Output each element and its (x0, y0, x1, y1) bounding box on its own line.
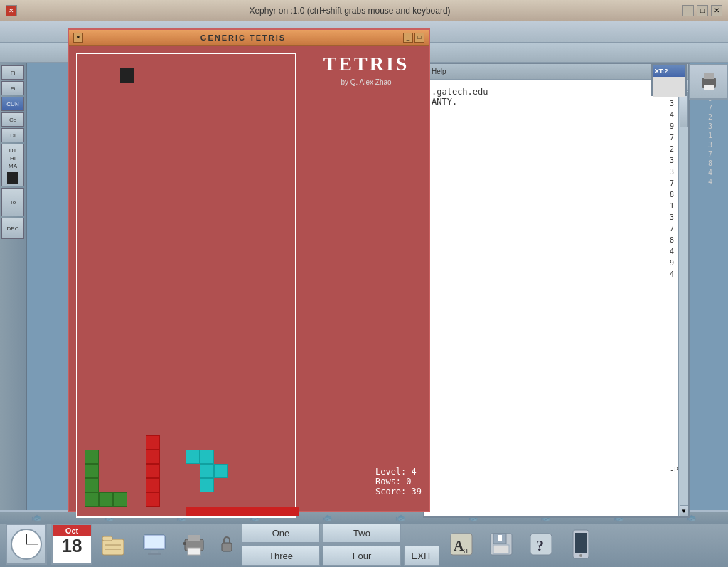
tetris-info-panel: TETRIS by Q. Alex Zhao Level: 4 Rows: 0 … (304, 46, 429, 511)
editor-line-numbers: 0 3 4 9 7 2 3 3 7 8 1 3 7 8 4 9 4 (670, 87, 674, 280)
clock-hour-hand (26, 534, 27, 544)
taskbar-btn-two[interactable]: Two (323, 523, 401, 543)
svg-rect-11 (148, 553, 161, 555)
tetris-piece-red-flat (186, 507, 299, 516)
lock-icon-container (216, 524, 237, 565)
tetris-piece-cyan (186, 450, 242, 492)
svg-rect-15 (183, 542, 186, 545)
svg-rect-13 (188, 535, 200, 541)
left-panel-item-4[interactable]: Di (1, 128, 24, 142)
tetris-piece-red-tall (146, 435, 160, 507)
desktop: Fi Fi CUN Co Di DTHIMA To DEC ✕ GENERIC … (0, 21, 728, 510)
svg-point-28 (579, 554, 582, 557)
taskbar-button-group: One Two Three Four EXIT (242, 523, 439, 566)
editor-line-1: .gatech.edu (432, 87, 681, 97)
title-bar-text: Xephyr on :1.0 (ctrl+shift grabs mouse a… (17, 6, 682, 16)
taskbar-btn-four[interactable]: Four (323, 546, 401, 566)
window-controls: _ □ ✕ (682, 5, 722, 16)
taskbar-btn-exit[interactable]: EXIT (404, 546, 439, 566)
tetris-piece-green (85, 450, 127, 507)
taskbar-btn-three[interactable]: Three (242, 546, 320, 566)
save-icon[interactable] (483, 524, 519, 565)
editor-window: Help .gatech.edu ANTY. 0 3 4 9 7 2 3 3 7… (423, 63, 690, 518)
editor-outer: Help .gatech.edu ANTY. 0 3 4 9 7 2 3 3 7… (423, 63, 690, 518)
close-button[interactable]: ✕ (711, 5, 722, 16)
mobile-svg-icon (570, 529, 592, 560)
font-svg-icon: A a (448, 531, 475, 558)
tetris-content: TETRIS by Q. Alex Zhao Level: 4 Rows: 0 … (69, 46, 429, 511)
maximize-button[interactable]: □ (697, 5, 708, 16)
taskbar-btn-one[interactable]: One (242, 523, 320, 543)
calendar-widget: Oct 18 (51, 524, 92, 565)
tetris-piece-black (120, 68, 134, 83)
fish-decor-1: 🐟 (31, 513, 42, 523)
small-block-icon (7, 172, 18, 184)
svg-rect-27 (575, 533, 587, 553)
scrollbar-down-arrow[interactable]: ▼ (680, 505, 688, 516)
xt-content (653, 77, 685, 97)
editor-scrollbar[interactable]: ▲ ▼ (678, 80, 688, 516)
app-icon: ✕ (6, 5, 17, 16)
tetris-min-btn[interactable]: _ (403, 33, 413, 43)
tetris-title: GENERIC TETRIS (83, 33, 403, 42)
fish-decor-5: 🐟 (322, 513, 333, 523)
svg-rect-1 (704, 73, 714, 79)
clock-minute-hand (26, 544, 38, 545)
font-icon[interactable]: A a (444, 524, 479, 565)
left-sidebar: Fi Fi CUN Co Di DTHIMA To DEC (0, 63, 27, 510)
svg-rect-22 (493, 545, 509, 553)
minimize-button[interactable]: _ (682, 5, 694, 16)
taskbar-button-row-2: Three Four EXIT (242, 546, 439, 566)
help-icon[interactable]: ? (523, 524, 559, 565)
svg-rect-3 (102, 539, 124, 555)
tetris-game-stats: Level: 4 Rows: 0 Score: 39 (375, 467, 422, 497)
svg-text:?: ? (536, 536, 544, 554)
tetris-score: Score: 39 (375, 487, 422, 497)
left-panel-item-1[interactable]: Fi (1, 81, 24, 95)
tetris-max-btn[interactable]: □ (414, 33, 424, 43)
help-svg-icon: ? (528, 531, 555, 558)
svg-rect-10 (151, 551, 158, 553)
files-svg-icon (101, 531, 128, 558)
clock-widget (6, 524, 47, 565)
tetris-level: Level: 4 (375, 467, 422, 477)
right-numbers-strip: 0 3 4 9 7 2 3 1 3 7 8 4 4 (707, 64, 728, 420)
mobile-icon[interactable] (563, 524, 599, 565)
top-right-widget (689, 64, 728, 100)
left-panel-item-7[interactable]: DEC (1, 218, 24, 239)
taskbar-button-row-1: One Two (242, 523, 439, 543)
computer-icon[interactable] (136, 524, 172, 565)
left-panel-item-6[interactable]: To (1, 188, 24, 216)
svg-text:A: A (454, 538, 464, 553)
svg-rect-23 (498, 535, 502, 541)
editor-line-2: ANTY. (432, 97, 681, 107)
fish-decor-6: 🐟 (395, 513, 406, 523)
tetris-close-btn[interactable]: ✕ (73, 33, 83, 43)
editor-content: .gatech.edu ANTY. 0 3 4 9 7 2 3 3 7 8 1 … (424, 80, 688, 516)
editor-help-menu[interactable]: Help (427, 66, 451, 77)
tetris-window: ✕ GENERIC TETRIS _ □ (68, 28, 430, 512)
computer-svg-icon (141, 531, 168, 558)
save-svg-icon (488, 531, 515, 558)
svg-rect-2 (704, 85, 714, 90)
tetris-window-controls: ✕ (73, 33, 83, 43)
tetris-game-board (76, 53, 296, 518)
left-panel-item-0[interactable]: Fi (1, 65, 24, 80)
printer-icon[interactable] (176, 524, 212, 565)
printer-icon-widget (697, 70, 720, 93)
calendar-day: 18 (62, 536, 82, 555)
tetris-window-controls-right: _ □ (403, 33, 424, 43)
left-panel-item-5[interactable]: DTHIMA (1, 144, 24, 186)
tetris-rows: Rows: 0 (375, 477, 422, 487)
file-manager-icon[interactable] (97, 524, 132, 565)
svg-rect-9 (145, 536, 164, 548)
taskbar: 🐟 🐟 🐟 🐟 🐟 🐟 🐟 🐟 🐟 🐟 Oct 18 (0, 510, 728, 567)
printer-svg-icon (181, 531, 208, 558)
svg-rect-14 (188, 548, 200, 555)
tetris-logo: TETRIS (323, 53, 410, 75)
left-panel-item-3[interactable]: Co (1, 112, 24, 127)
xt-titlebar: XT:2 (653, 65, 685, 77)
svg-text:a: a (464, 545, 469, 556)
left-panel-item-2[interactable]: CUN (1, 97, 24, 111)
xt-window: XT:2 (651, 64, 687, 96)
